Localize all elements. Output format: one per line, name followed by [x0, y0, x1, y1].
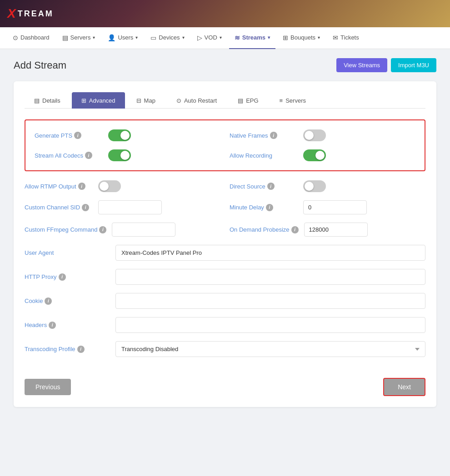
nav-item-dashboard[interactable]: ⊙ Dashboard — [7, 27, 55, 49]
direct-source-info-icon: i — [267, 183, 275, 190]
tab-map[interactable]: ⊟ Map — [127, 92, 165, 109]
headers-input[interactable] — [115, 317, 425, 333]
logo-x: X — [7, 6, 16, 21]
direct-source-toggle[interactable] — [303, 180, 326, 192]
main-card: ▤ Details ⊞ Advanced ⊟ Map ⊙ Auto Restar… — [14, 81, 436, 407]
vod-icon: ▷ — [197, 34, 202, 41]
transcoding-profile-info-icon: i — [77, 346, 85, 353]
http-proxy-input-wrap — [115, 269, 425, 285]
generate-pts-toggle[interactable] — [108, 129, 131, 141]
nav-item-devices[interactable]: ▭ Devices ▾ — [145, 27, 190, 49]
rtmp-direct-row: Allow RTMP Output i Direct Source i — [25, 180, 425, 192]
native-frames-slider — [303, 129, 326, 141]
details-tab-icon: ▤ — [34, 97, 40, 104]
stream-all-codecs-info-icon: i — [85, 152, 92, 159]
bordered-row-2: Stream All Codecs i Allow Recording — [35, 149, 415, 161]
tab-servers[interactable]: ≡ Servers — [270, 92, 315, 109]
generate-pts-slider — [108, 129, 131, 141]
custom-channel-sid-input[interactable] — [98, 200, 162, 214]
tab-epg-label: EPG — [246, 97, 258, 104]
cookie-label: Cookie i — [25, 298, 106, 305]
user-agent-input[interactable] — [115, 245, 425, 261]
nav-item-bouquets[interactable]: ⊞ Bouquets ▾ — [277, 27, 325, 49]
http-proxy-row: HTTP Proxy i — [25, 269, 425, 285]
next-button[interactable]: Next — [383, 378, 425, 396]
allow-recording-label: Allow Recording — [230, 152, 298, 159]
nav-item-servers[interactable]: ▤ Servers ▾ — [57, 27, 101, 49]
nav-label-streams: Streams — [242, 34, 265, 41]
nav-label-vod: VOD — [205, 34, 217, 41]
advanced-tab-icon: ⊞ — [81, 97, 86, 104]
epg-tab-icon: ▤ — [238, 97, 243, 104]
stream-all-codecs-toggle[interactable] — [108, 149, 131, 161]
tickets-icon: ✉ — [333, 34, 338, 41]
nav-item-users[interactable]: 👤 Users ▾ — [102, 27, 143, 49]
tab-servers-label: Servers — [285, 97, 306, 104]
user-agent-row: User Agent — [25, 245, 425, 261]
cookie-input-wrap — [115, 293, 425, 309]
direct-source-group: Direct Source i — [230, 180, 425, 192]
custom-ffmpeg-label: Custom FFmpeg Command i — [25, 226, 106, 233]
nav-label-servers: Servers — [70, 34, 91, 41]
http-proxy-input[interactable] — [115, 269, 425, 285]
allow-recording-slider — [303, 149, 326, 161]
stream-all-codecs-group: Stream All Codecs i — [35, 149, 220, 161]
bordered-row-1: Generate PTS i Native Frames i — [35, 129, 415, 141]
minute-delay-input[interactable] — [303, 200, 367, 214]
custom-ffmpeg-group: Custom FFmpeg Command i — [25, 223, 220, 237]
page-header: Add Stream View Streams Import M3U — [14, 58, 436, 72]
nav-item-tickets[interactable]: ✉ Tickets — [327, 27, 365, 49]
custom-ffmpeg-input[interactable] — [112, 223, 175, 237]
on-demand-probesize-label: On Demand Probesize i — [230, 226, 299, 233]
header-buttons: View Streams Import M3U — [336, 58, 436, 72]
devices-icon: ▭ — [150, 34, 156, 41]
allow-rtmp-toggle[interactable] — [98, 180, 121, 192]
nav-item-streams[interactable]: ≋ Streams ▾ — [229, 27, 275, 49]
users-icon: 👤 — [108, 34, 115, 41]
user-agent-label: User Agent — [25, 249, 106, 256]
native-frames-toggle[interactable] — [303, 129, 326, 141]
cookie-row: Cookie i — [25, 293, 425, 309]
allow-rtmp-info-icon: i — [78, 183, 85, 190]
tab-advanced[interactable]: ⊞ Advanced — [72, 92, 125, 109]
page-title: Add Stream — [14, 60, 66, 71]
vod-caret: ▾ — [220, 35, 222, 40]
tab-auto-restart[interactable]: ⊙ Auto Restart — [167, 92, 226, 109]
direct-source-slider — [303, 180, 326, 192]
minute-delay-info-icon: i — [266, 204, 273, 211]
transcoding-profile-select[interactable]: Transcoding Disabled Profile 1 Profile 2 — [115, 341, 425, 357]
native-frames-label: Native Frames i — [230, 132, 298, 139]
minute-delay-group: Minute Delay i — [230, 200, 425, 214]
sid-delay-row: Custom Channel SID i Minute Delay i — [25, 200, 425, 214]
user-agent-input-wrap — [115, 245, 425, 261]
streams-caret: ▾ — [268, 35, 270, 40]
logo-tream: TREAM — [18, 9, 54, 19]
allow-recording-group: Allow Recording — [230, 149, 415, 161]
view-streams-button[interactable]: View Streams — [336, 58, 387, 72]
allow-rtmp-slider — [98, 180, 121, 192]
minute-delay-label: Minute Delay i — [230, 204, 298, 211]
custom-channel-sid-label: Custom Channel SID i — [25, 204, 93, 211]
import-m3u-button[interactable]: Import M3U — [391, 58, 436, 72]
custom-ffmpeg-info-icon: i — [99, 226, 106, 233]
nav-item-vod[interactable]: ▷ VOD ▾ — [192, 27, 227, 49]
generate-pts-group: Generate PTS i — [35, 129, 220, 141]
headers-info-icon: i — [49, 322, 56, 329]
nav-label-bouquets: Bouquets — [290, 34, 315, 41]
generate-pts-info-icon: i — [74, 132, 81, 139]
previous-button[interactable]: Previous — [25, 379, 71, 395]
allow-rtmp-label: Allow RTMP Output i — [25, 183, 93, 190]
logo: X TREAM — [7, 6, 54, 21]
http-proxy-info-icon: i — [59, 273, 66, 281]
cookie-input[interactable] — [115, 293, 425, 309]
tab-epg[interactable]: ▤ EPG — [228, 92, 268, 109]
streams-icon: ≋ — [235, 34, 240, 41]
generate-pts-label: Generate PTS i — [35, 132, 103, 139]
on-demand-probesize-group: On Demand Probesize i — [230, 223, 425, 237]
headers-row: Headers i — [25, 317, 425, 333]
allow-recording-toggle[interactable] — [303, 149, 326, 161]
transcoding-profile-row: Transcoding Profile i Transcoding Disabl… — [25, 341, 425, 357]
dashboard-icon: ⊙ — [13, 34, 18, 41]
tab-details[interactable]: ▤ Details — [25, 92, 70, 109]
on-demand-probesize-input[interactable] — [304, 223, 368, 237]
